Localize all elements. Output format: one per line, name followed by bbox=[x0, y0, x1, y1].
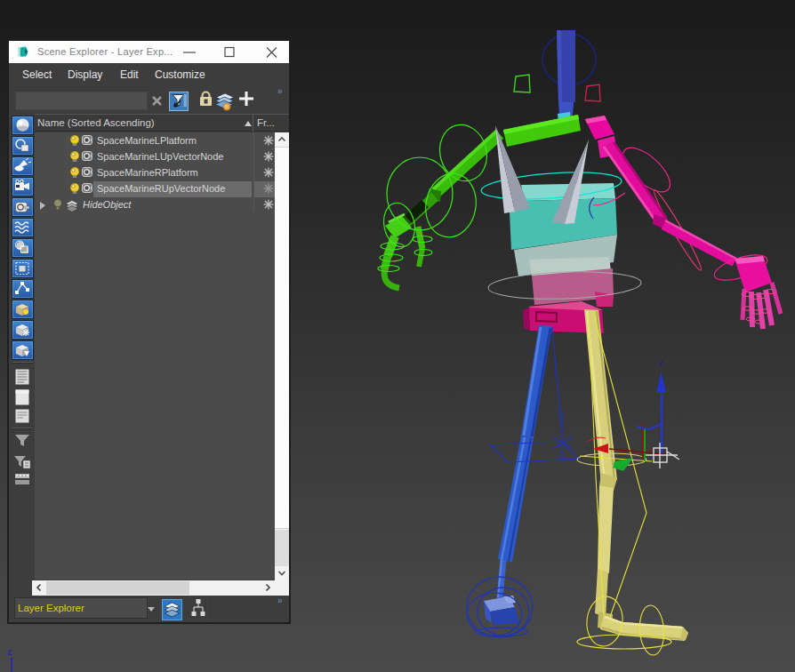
svg-text:»: » bbox=[277, 87, 283, 96]
svg-text:z: z bbox=[659, 358, 663, 367]
svg-text:»: » bbox=[277, 596, 283, 605]
svg-text:z: z bbox=[7, 646, 12, 657]
